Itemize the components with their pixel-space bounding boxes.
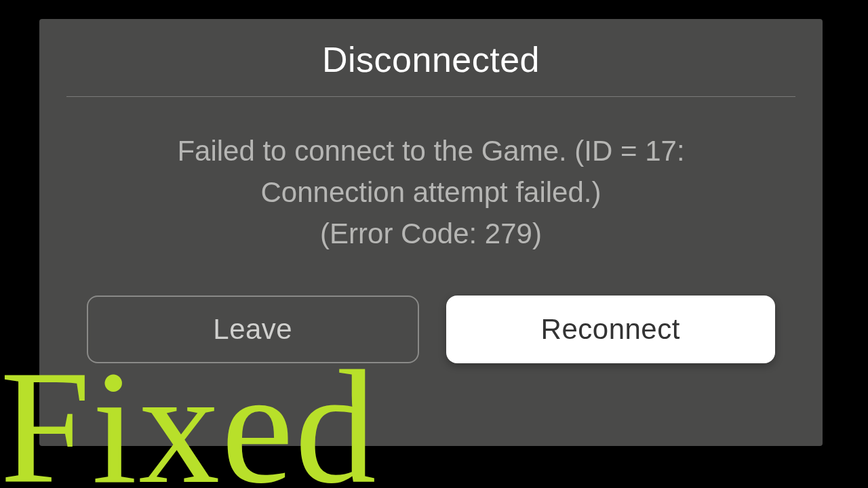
message-line-1: Failed to connect to the Game. (ID = 17:	[177, 135, 684, 167]
dialog-message: Failed to connect to the Game. (ID = 17:…	[66, 131, 795, 255]
reconnect-button[interactable]: Reconnect	[446, 296, 776, 363]
divider	[66, 96, 795, 97]
fixed-overlay-text: Fixed	[0, 346, 378, 488]
message-line-3: (Error Code: 279)	[320, 218, 542, 249]
dialog-title: Disconnected	[66, 39, 795, 80]
message-line-2: Connection attempt failed.)	[261, 176, 601, 208]
